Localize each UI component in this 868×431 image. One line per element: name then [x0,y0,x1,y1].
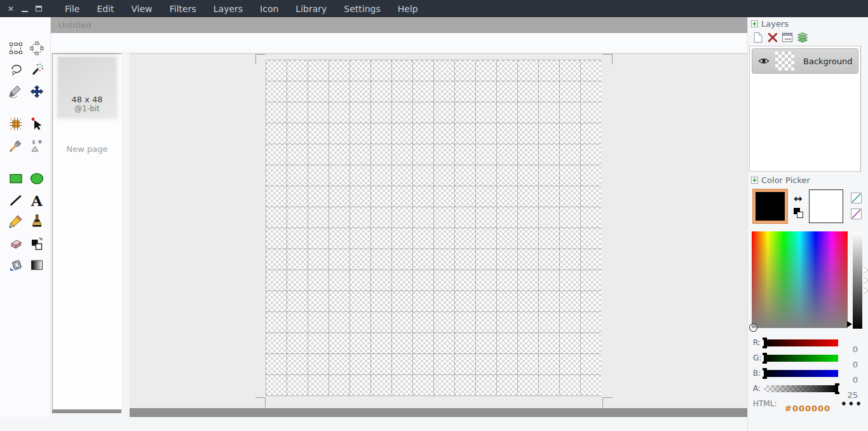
canvas-corner-handle[interactable] [602,397,613,407]
slider-handle[interactable] [763,368,767,379]
color-picker-section-header: Color Picker [751,175,810,185]
value-gradient-bar[interactable] [853,231,862,329]
menu-settings[interactable]: Settings [344,4,380,14]
hotspot-arrow-icon [29,116,44,132]
crop-icon [8,116,24,132]
menu-edit[interactable]: Edit [97,4,114,14]
ellipse-icon [29,171,44,186]
html-color-value[interactable]: #000000 [785,404,831,413]
inverted-color-swatch[interactable] [851,209,862,219]
elliptical-select-icon [29,41,44,56]
merge-layers-button[interactable] [796,31,809,44]
rectangular-select-icon [8,41,24,56]
layer-row-background[interactable]: Background [752,48,858,74]
expander-icon[interactable] [751,177,758,184]
pencil-icon [8,214,24,229]
freehand-select-tool[interactable] [8,83,24,100]
line-icon [8,193,24,208]
retouch-icon [29,138,44,153]
ellipse-tool[interactable] [29,170,45,187]
menu-view[interactable]: View [132,4,153,14]
merge-layers-icon [796,31,809,44]
menu-icon[interactable]: Icon [260,4,278,14]
default-colors-icon[interactable] [794,208,805,219]
magic-wand-tool[interactable] [29,62,45,78]
slider-handle[interactable] [763,353,767,364]
menu-filters[interactable]: Filters [170,4,196,14]
titlebar: ✕ File Edit View Filters Layers Icon Lib… [0,0,868,17]
menu-layers[interactable]: Layers [214,4,243,14]
elliptical-select-tool[interactable] [29,40,45,57]
layers-title: Layers [761,19,789,29]
maximize-window-icon[interactable] [36,6,42,11]
hue-saturation-map[interactable] [752,231,848,328]
freehand-select-icon [8,84,24,99]
brush-tool[interactable] [29,213,45,229]
close-window-icon[interactable]: ✕ [8,5,14,13]
hotspot-tool[interactable] [29,116,45,132]
canvas-corner-handle[interactable] [255,397,266,407]
brush-icon [29,214,44,229]
retouch-tool[interactable] [29,137,45,154]
move-icon [29,84,44,99]
slider-handle[interactable] [763,338,767,348]
layer-properties-icon [781,31,794,44]
app-window: ✕ File Edit View Filters Layers Icon Lib… [0,0,868,431]
text-tool[interactable]: A [29,192,45,209]
transparent-color-swatch[interactable] [851,193,862,203]
menubar: File Edit View Filters Layers Icon Libra… [56,4,418,14]
icon-canvas[interactable] [266,60,601,396]
alpha-channel-slider[interactable] [764,385,838,392]
gradient-tool[interactable] [29,257,45,273]
fill-tool[interactable] [8,257,24,273]
hue-cursor[interactable] [749,324,757,332]
foreground-color-swatch[interactable] [753,189,787,223]
swap-colors-icon[interactable]: ↔ [794,193,802,205]
value-step-marker[interactable] [864,267,868,273]
layer-thumbnail [775,51,794,71]
lasso-select-icon [8,62,24,78]
menu-help[interactable]: Help [398,4,418,14]
canvas-corner-handle[interactable] [255,54,266,64]
color-menu-button[interactable]: ••• [841,399,863,410]
text-tool-icon: A [31,193,43,208]
tab-untitled[interactable]: Untitled [58,20,91,30]
color-picker-tool[interactable] [8,137,24,154]
lasso-select-tool[interactable] [8,62,24,78]
window-controls: ✕ [0,5,56,13]
rectangle-tool[interactable] [8,170,24,187]
color-replacer-icon [29,236,44,251]
layer-properties-button[interactable] [781,31,794,44]
new-layer-button[interactable] [752,31,764,44]
move-tool[interactable] [29,83,45,100]
value-step-marker[interactable] [864,277,868,284]
new-page-item[interactable]: New page [53,144,121,154]
rectangular-select-tool[interactable] [8,40,24,57]
crop-tool[interactable] [8,116,24,132]
green-channel-slider[interactable] [764,355,838,362]
expander-icon[interactable] [751,20,758,27]
blue-channel-slider[interactable] [764,370,838,377]
value-step-marker[interactable] [864,287,868,294]
blue-channel-value: 0 [840,375,858,385]
color-replacer-tool[interactable] [29,235,45,252]
panel-splitter[interactable] [121,53,130,417]
fill-bucket-icon [8,257,24,273]
background-color-swatch[interactable] [809,189,843,223]
canvas-corner-handle[interactable] [602,54,613,64]
value-marker-icon [847,321,852,327]
line-tool[interactable] [8,192,24,209]
page-thumbnail[interactable]: 48 x 48 @1-bit [58,57,116,117]
minimize-window-icon[interactable] [22,11,28,12]
pages-panel: 48 x 48 @1-bit New page [52,53,122,413]
red-channel-slider[interactable] [764,339,838,346]
delete-layer-button[interactable] [766,31,779,44]
menu-library[interactable]: Library [295,4,327,14]
visibility-eye-icon[interactable] [757,57,770,65]
slider-handle[interactable] [835,383,839,394]
new-layer-icon [752,31,764,44]
eraser-tool[interactable] [8,235,24,252]
menu-file[interactable]: File [65,4,79,14]
right-panel: Layers Background Color Picker ↔ [747,17,868,431]
pencil-tool[interactable] [8,213,24,229]
